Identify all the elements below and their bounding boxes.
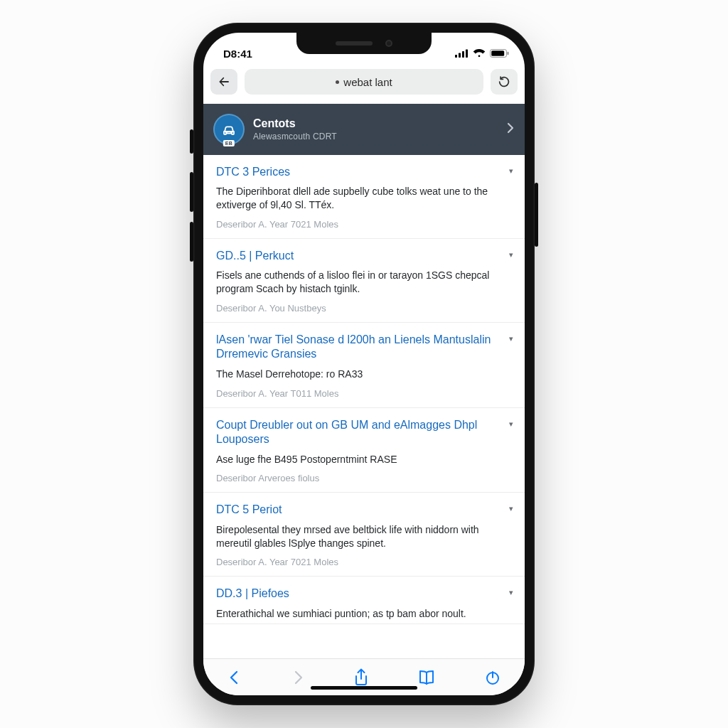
car-icon xyxy=(220,121,237,138)
history-back-button[interactable] xyxy=(228,669,242,686)
item-meta: Deseribor A. Year T011 Moles xyxy=(216,388,512,399)
item-body: The Diperihborat dlell ade supbelly cube… xyxy=(216,185,512,212)
avatar: EB xyxy=(213,114,245,145)
profile-subtitle: Alewasmcouth CDRT xyxy=(253,132,498,141)
bookmarks-button[interactable] xyxy=(417,670,436,685)
chevron-left-icon xyxy=(228,669,242,686)
list-item[interactable]: ▾ GD..5 | Perkuct Fisels ane cuthends of… xyxy=(203,239,525,323)
notch xyxy=(296,33,432,54)
feed[interactable]: ▾ DTC 3 Perices The Diperihborat dlell a… xyxy=(203,155,525,658)
browser-toolbar xyxy=(203,658,525,695)
svg-rect-0 xyxy=(455,55,457,58)
speaker-grille xyxy=(336,41,373,46)
chevron-down-icon: ▾ xyxy=(509,166,513,176)
item-meta: Deseribor A. Year 7021 Moles xyxy=(216,219,512,230)
book-icon xyxy=(417,670,436,685)
svg-rect-3 xyxy=(466,50,468,58)
svg-rect-1 xyxy=(459,53,461,58)
profile-text: Centots Alewasmcouth CDRT xyxy=(253,117,498,141)
power-icon xyxy=(485,670,500,685)
item-title: DD.3 | Piefoes xyxy=(216,587,512,601)
cellular-icon xyxy=(455,49,469,58)
svg-rect-2 xyxy=(462,51,464,58)
svg-rect-6 xyxy=(508,52,509,55)
home-indicator[interactable] xyxy=(311,686,417,690)
profile-title: Centots xyxy=(253,117,498,130)
item-body: Birepolesental they mrsed ave beltbick l… xyxy=(216,523,512,550)
share-button[interactable] xyxy=(353,668,369,687)
item-title: Coupt Dreubler out on GB UM and eAlmagge… xyxy=(216,418,512,447)
chevron-down-icon: ▾ xyxy=(509,334,513,343)
list-item[interactable]: ▾ DTC 3 Perices The Diperihborat dlell a… xyxy=(203,155,525,239)
list-item[interactable]: ▾ DD.3 | Piefoes Enterathichal we sumhia… xyxy=(203,577,525,623)
list-item[interactable]: ▾ lAsen 'rwar Tiel Sonase d l200h an Lie… xyxy=(203,323,525,408)
list-item[interactable]: ▾ DTC 5 Periot Birepolesental they mrsed… xyxy=(203,493,525,577)
item-body: Ase luge fhe B495 Postoperntmint RASE xyxy=(216,453,512,466)
browser-back-button[interactable] xyxy=(210,69,237,95)
item-body: Enterathichal we sumhiaci puntion; as tp… xyxy=(216,607,512,621)
address-text: webat lant xyxy=(343,76,392,88)
battery-icon xyxy=(490,49,509,58)
avatar-badge: EB xyxy=(223,140,235,146)
phone-frame: D8:41 webat lant xyxy=(193,23,535,705)
front-camera xyxy=(385,40,392,47)
site-indicator-dot xyxy=(336,80,339,84)
history-forward-button[interactable] xyxy=(291,669,305,686)
clock: D8:41 xyxy=(223,48,252,60)
chevron-right-icon xyxy=(506,122,515,137)
address-bar[interactable]: webat lant xyxy=(245,69,483,95)
chevron-down-icon: ▾ xyxy=(509,419,513,429)
chevron-right-icon xyxy=(291,669,305,686)
item-meta: Deseribor Arveroes fiolus xyxy=(216,473,512,483)
chevron-down-icon: ▾ xyxy=(509,250,513,259)
item-title: GD..5 | Perkuct xyxy=(216,249,512,263)
chevron-down-icon: ▾ xyxy=(509,504,513,513)
volume-up-button[interactable] xyxy=(190,172,193,212)
refresh-icon xyxy=(498,75,510,88)
item-body: The Masel Derrehotope: ro RA33 xyxy=(216,368,512,381)
browser-chrome: webat lant xyxy=(210,65,518,98)
volume-down-button[interactable] xyxy=(190,222,193,262)
item-body: Fisels ane cuthends of a lisloo flei in … xyxy=(216,269,512,296)
screen: D8:41 webat lant xyxy=(203,33,525,695)
mute-switch[interactable] xyxy=(190,129,193,154)
item-title: DTC 5 Periot xyxy=(216,503,512,517)
share-icon xyxy=(353,668,369,687)
browser-refresh-button[interactable] xyxy=(491,69,518,95)
list-item[interactable]: ▾ Coupt Dreubler out on GB UM and eAlmag… xyxy=(203,408,525,493)
power-button[interactable] xyxy=(535,183,538,247)
chevron-down-icon: ▾ xyxy=(509,588,513,597)
wifi-icon xyxy=(473,49,486,58)
arrow-left-icon xyxy=(218,75,230,88)
profile-banner[interactable]: EB Centots Alewasmcouth CDRT xyxy=(203,104,525,155)
item-meta: Deseribor A. You Nustbeys xyxy=(216,303,512,314)
item-title: DTC 3 Perices xyxy=(216,165,512,179)
svg-rect-5 xyxy=(491,50,504,56)
item-meta: Deseribor A. Year 7021 Moles xyxy=(216,557,512,567)
item-title: lAsen 'rwar Tiel Sonase d l200h an Liene… xyxy=(216,333,512,362)
tabs-button[interactable] xyxy=(485,670,500,685)
